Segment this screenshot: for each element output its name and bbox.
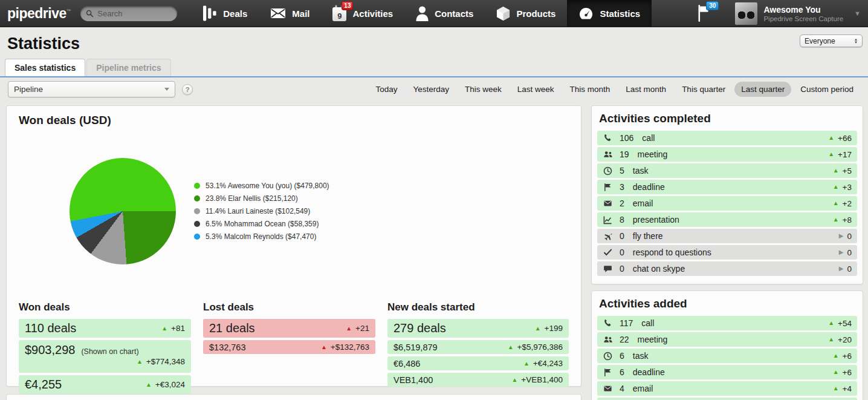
scope-select-value: Everyone — [805, 37, 835, 45]
notifications-button[interactable]: 30 — [697, 4, 710, 22]
next-panel-edge — [6, 394, 581, 400]
scope-select[interactable]: Everyone ▲▼ — [800, 34, 863, 47]
main-nav: Deals Mail 9 13 Activities Contacts Prod… — [192, 0, 652, 27]
trend-arrow-icon — [828, 336, 834, 343]
activity-row[interactable]: 3 deadline +3 — [597, 180, 857, 194]
nav-item-activities[interactable]: 9 13 Activities — [321, 0, 404, 27]
activity-row[interactable]: 0 respond to questions 0 — [597, 245, 857, 260]
trend-value: +54 — [838, 319, 852, 328]
nav-item-statistics[interactable]: Statistics — [567, 0, 652, 27]
tab-pipeline-metrics[interactable]: Pipeline metrics — [86, 59, 170, 76]
activity-row[interactable]: 6 task +6 — [597, 349, 857, 363]
email-icon — [603, 198, 613, 209]
activity-count: 8 — [620, 215, 624, 225]
activity-row[interactable]: 5 task +5 — [597, 163, 857, 178]
trend-value: +3 — [843, 183, 852, 192]
trend-value: 0 — [847, 232, 852, 241]
legend-dot — [194, 221, 200, 227]
trend-value: 0 — [847, 264, 852, 274]
activity-label: presentation — [633, 215, 679, 225]
activity-count: 0 — [620, 248, 624, 257]
trend-value: +21 — [355, 324, 369, 333]
trend-value: +$5,976,386 — [517, 343, 563, 352]
activity-row[interactable]: 11 presentation +11 — [597, 398, 857, 400]
legend-label: 5.3% Malcolm Reynolds ($47,470) — [206, 232, 316, 241]
pipedrive-logo[interactable]: pipedrive™ — [0, 5, 80, 22]
activities-icon: 9 13 — [332, 6, 346, 21]
trend-arrow-icon — [523, 361, 530, 367]
period-filter[interactable]: This week — [458, 82, 508, 97]
period-filter[interactable]: Custom period — [794, 82, 860, 97]
activity-row[interactable]: 0 fly there 0 — [597, 229, 857, 243]
pie-legend: 53.1% Awesome You (you) ($479,800) 23.8%… — [194, 182, 329, 241]
nav-item-label: Mail — [292, 8, 309, 19]
trend-value: +$132,763 — [331, 343, 369, 352]
activity-label: fly there — [633, 231, 663, 241]
nav-item-deals[interactable]: Deals — [192, 0, 259, 27]
nav-item-label: Deals — [223, 8, 247, 19]
stat-row: $903,298 (Shown on chart) +$774,348 — [19, 340, 191, 373]
period-filter[interactable]: Last quarter — [734, 82, 791, 97]
global-search[interactable] — [80, 6, 177, 21]
top-navbar: pipedrive™ Deals Mail 9 13 Activities Co… — [0, 0, 868, 27]
nav-item-products[interactable]: Products — [485, 0, 567, 27]
trend-arrow-icon — [828, 320, 834, 326]
activity-count: 5 — [620, 166, 624, 175]
trend-arrow-icon — [511, 377, 517, 383]
email-icon — [603, 384, 613, 394]
period-filter[interactable]: This quarter — [675, 82, 732, 97]
task-icon — [603, 166, 613, 176]
trend-arrow-icon — [833, 168, 839, 174]
trend-value: +5 — [843, 166, 852, 175]
trend-value: +€3,024 — [155, 380, 185, 389]
activity-row[interactable]: 6 deadline +6 — [597, 365, 857, 379]
nav-item-mail[interactable]: Mail — [259, 0, 321, 27]
activity-row[interactable]: 22 meeting +20 — [597, 332, 857, 347]
activity-count: 117 — [620, 318, 633, 328]
activity-label: respond to questions — [633, 248, 711, 257]
period-filter[interactable]: Last month — [619, 82, 673, 97]
trend-value: +20 — [838, 335, 852, 344]
activity-label: task — [633, 166, 649, 175]
user-avatar — [735, 2, 757, 25]
activity-row[interactable]: 2 email +2 — [597, 196, 857, 211]
activity-count: 0 — [620, 264, 624, 274]
page-header: Statistics Everyone ▲▼ — [0, 27, 868, 60]
user-menu[interactable]: Awesome You Pipedrive Screen Capture ▼ — [735, 2, 861, 25]
activity-row[interactable]: 8 presentation +8 — [597, 212, 857, 227]
stat-column-title: New deals started — [387, 301, 569, 313]
period-filter[interactable]: Last week — [511, 82, 561, 97]
stat-value: $6,519,879 — [394, 343, 438, 352]
stat-row: 279 deals +199 — [387, 319, 569, 338]
deadline-icon — [603, 367, 613, 378]
period-filter[interactable]: Yesterday — [406, 82, 456, 97]
activity-row[interactable]: 106 call +66 — [597, 131, 857, 145]
nav-item-label: Statistics — [600, 8, 640, 19]
activity-row[interactable]: 4 email +4 — [597, 381, 857, 396]
nav-item-contacts[interactable]: Contacts — [404, 0, 485, 27]
trend-arrow-icon — [535, 326, 541, 332]
help-button[interactable]: ? — [182, 84, 193, 95]
activity-count: 6 — [620, 351, 624, 361]
legend-dot — [194, 208, 200, 214]
chevron-down-icon: ▼ — [854, 10, 861, 17]
activity-count: 106 — [620, 133, 633, 143]
stat-column: Lost deals 21 deals — [203, 301, 375, 396]
search-input[interactable] — [97, 9, 167, 18]
deadline-icon — [603, 182, 613, 192]
activity-row[interactable]: 117 call +54 — [597, 316, 857, 330]
deal-stats: Won deals 110 deals — [19, 301, 569, 396]
activities-completed-title: Activities completed — [597, 112, 857, 125]
trend-value: +6 — [843, 352, 852, 361]
stat-column: New deals started 279 deals — [387, 301, 569, 396]
activity-row[interactable]: 0 chat on skype 0 — [597, 261, 857, 276]
period-filter[interactable]: This month — [563, 82, 617, 97]
activity-count: 2 — [620, 198, 624, 208]
stat-value: 279 deals — [394, 321, 446, 335]
pipeline-select[interactable]: Pipeline — [8, 81, 175, 97]
stat-row: 21 deals +21 — [203, 319, 375, 338]
activity-row[interactable]: 19 meeting +17 — [597, 147, 857, 162]
period-filter[interactable]: Today — [369, 82, 404, 97]
filter-bar: Pipeline ? Today Yesterday This week Las… — [0, 77, 868, 101]
tab-sales-statistics[interactable]: Sales statistics — [5, 59, 85, 76]
